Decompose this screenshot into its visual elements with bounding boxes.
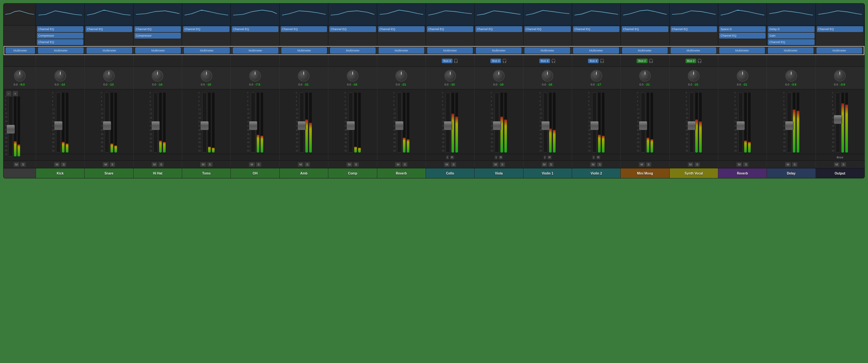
mute-btn-violin1[interactable]: M [541,162,548,167]
plugin-btn-delay-d[interactable]: Delay D [768,26,814,32]
mute-btn-master[interactable]: M [13,162,20,167]
bus-badge-violin1[interactable]: Bus 4 [539,59,550,63]
plugin-btn-violin2-eq[interactable]: Channel EQ [573,26,619,32]
plugin-btn-toms-eq[interactable]: Channel EQ [183,26,229,32]
ir-btn-cello-r[interactable]: R [450,156,455,159]
knob-reverb-drum[interactable] [396,70,407,81]
plugin-btn-amb-eq[interactable]: Channel EQ [281,26,327,32]
knob-violin1[interactable] [541,70,553,81]
multimeter-btn-cello[interactable]: Multimeter [427,47,473,54]
solo-btn-master[interactable]: S [21,162,26,167]
ir-btn-violin2-r[interactable]: R [596,156,600,159]
fader-handle-cello[interactable] [444,121,452,130]
plugin-btn-kick-comp[interactable]: Compressor [37,33,83,38]
solo-btn-toms[interactable]: S [208,162,213,167]
label-cell-cello[interactable]: Cello [426,168,474,178]
knob-delay[interactable] [785,70,797,81]
plugin-btn-reverb-drum-eq[interactable]: Channel EQ [378,26,425,32]
mute-btn-hihat[interactable]: M [152,162,157,167]
multimeter-btn-delay[interactable]: Multimeter [768,47,813,54]
multimeter-btn-hihat[interactable]: Multimeter [135,47,181,54]
solo-btn-delay[interactable]: S [792,162,797,167]
label-cell-toms[interactable]: Toms [182,168,231,178]
multimeter-btn-violin2[interactable]: Multimeter [573,47,619,54]
mute-btn-reverb2[interactable]: M [736,162,742,167]
mute-btn-output[interactable]: M [834,162,840,167]
mute-btn-delay[interactable]: M [785,162,791,167]
label-cell-output[interactable]: Output [816,168,864,178]
plugin-btn-oh-eq[interactable]: Channel EQ [232,26,278,32]
multimeter-btn-oh[interactable]: Multimeter [233,47,278,54]
bus-badge-minimoog[interactable]: Bus 2 [637,59,647,63]
knob-cello[interactable] [444,70,456,81]
fader-handle-amb[interactable] [298,121,306,130]
mute-btn-kick[interactable]: M [54,162,60,167]
label-cell-violin1[interactable]: Violin 1 [523,168,572,178]
fader-plus-btn[interactable]: + [13,91,18,96]
knob-comp[interactable] [347,70,359,81]
solo-btn-hihat[interactable]: S [158,162,164,167]
knob-reverb2[interactable] [737,70,748,81]
bus-badge-synthvocal[interactable]: Bus 2 [685,59,696,63]
solo-btn-synthvocal[interactable]: S [694,162,700,167]
mute-btn-amb[interactable]: M [298,162,304,167]
multimeter-btn-synthvocal[interactable]: Multimeter [671,47,716,54]
plugin-btn-viola-eq[interactable]: Channel EQ [475,26,522,32]
fader-handle-output[interactable] [834,115,842,124]
mute-btn-oh[interactable]: M [249,162,255,167]
multimeter-btn-comp[interactable]: Multimeter [330,47,376,54]
knob-toms[interactable] [200,70,212,81]
label-cell-kick[interactable]: Kick [36,168,85,178]
knob-amb[interactable] [298,70,310,81]
plugin-btn-reverb2-eq[interactable]: Channel EQ [719,33,766,38]
fader-handle-synthvocal[interactable] [687,121,696,130]
ir-btn-viola-i[interactable]: I [495,156,498,159]
fader-handle-minimoog[interactable] [639,121,647,130]
knob-violin2[interactable] [591,70,602,81]
plugin-btn-hihat-eq[interactable]: Channel EQ [134,26,181,32]
mute-btn-snare[interactable]: M [103,162,108,167]
multimeter-btn-reverb-drum[interactable]: Multimeter [379,47,424,54]
label-cell-minimoog[interactable]: Mini Moog [621,168,669,178]
multimeter-btn-toms[interactable]: Multimeter [184,47,229,54]
mute-btn-toms[interactable]: M [200,162,206,167]
fader-handle-oh[interactable] [249,121,257,130]
solo-btn-violin2[interactable]: S [597,162,602,167]
fader-handle-delay[interactable] [785,121,794,130]
fader-handle-hihat[interactable] [151,121,160,130]
bus-badge-cello[interactable]: Bus 4 [442,59,453,63]
mute-btn-violin2[interactable]: M [590,162,596,167]
fader-handle-reverb-drum[interactable] [395,121,404,130]
fader-handle-kick[interactable] [54,121,63,130]
fader-handle-viola[interactable] [493,121,501,130]
multimeter-btn-kick[interactable]: Multimeter [38,47,84,54]
multimeter-btn-snare[interactable]: Multimeter [87,47,132,54]
fader-handle-reverb2[interactable] [736,121,745,130]
ir-btn-violin2-i[interactable]: I [592,156,595,159]
knob-snare[interactable] [103,70,115,81]
knob-viola[interactable] [493,70,505,81]
mute-btn-cello[interactable]: M [444,162,450,167]
label-cell-snare[interactable]: Snare [85,168,133,178]
label-cell-delay[interactable]: Delay [767,168,815,178]
bus-badge-viola[interactable]: Bus 4 [490,59,501,63]
mute-btn-synthvocal[interactable]: M [688,162,693,167]
knob-minimoog[interactable] [639,70,651,81]
ir-btn-violin1-r[interactable]: R [548,156,552,159]
knob-master[interactable] [14,70,26,81]
mute-btn-comp[interactable]: M [346,162,352,167]
label-cell-violin2[interactable]: Violin 2 [572,168,621,178]
label-cell-amb[interactable]: Amb [280,168,328,178]
plugin-btn-kick-eq[interactable]: Channel EQ [37,26,83,32]
label-cell-oh[interactable]: OH [231,168,279,178]
plugin-btn-snare-eq[interactable]: Channel EQ [86,26,132,32]
plugin-btn-comp-eq[interactable]: Channel EQ [329,26,376,32]
knob-oh[interactable] [249,70,261,81]
plugin-btn-reverb2-space[interactable]: Space D [719,26,766,32]
plugin-btn-kick-eq2[interactable]: Channel EQ [37,39,83,45]
solo-btn-viola[interactable]: S [500,162,505,167]
fader-handle-comp[interactable] [346,121,355,130]
label-cell-comp[interactable]: Comp [328,168,377,178]
knob-hihat[interactable] [152,70,163,81]
solo-btn-minimoog[interactable]: S [646,162,651,167]
